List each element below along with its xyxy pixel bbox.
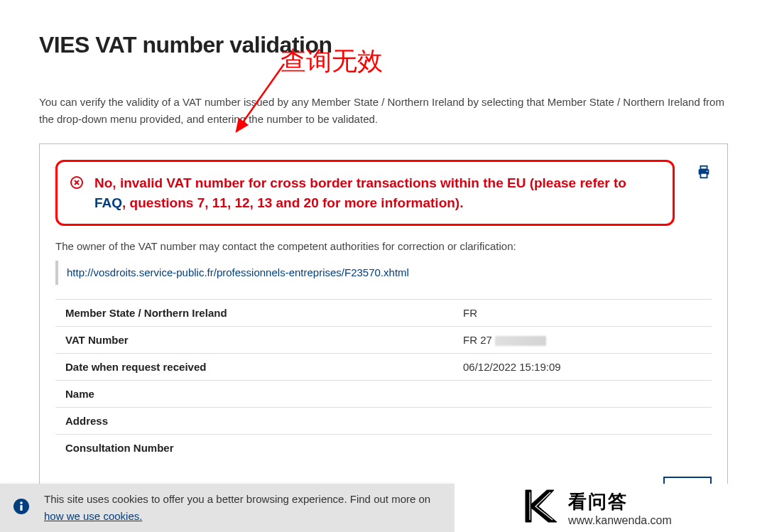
svg-rect-11 xyxy=(20,505,22,511)
row-label-member-state: Member State / Northern Ireland xyxy=(65,307,463,319)
row-label-request-date: Date when request received xyxy=(65,361,463,373)
svg-rect-3 xyxy=(700,166,707,170)
row-label-consultation: Consultation Number xyxy=(65,442,463,454)
brand-url: www.kanwenda.com xyxy=(568,514,672,527)
brand-name-cn: 看问答 xyxy=(568,489,672,514)
svg-rect-5 xyxy=(700,173,707,178)
cookie-text: This site uses cookies to offer you a be… xyxy=(44,491,442,525)
print-icon[interactable] xyxy=(696,164,712,183)
info-icon xyxy=(13,498,30,518)
owner-contact-text: The owner of the VAT number may contact … xyxy=(55,240,712,252)
cookie-banner: This site uses cookies to offer you a be… xyxy=(0,484,455,532)
row-label-name: Name xyxy=(65,388,463,400)
table-row: Member State / Northern Ireland FR xyxy=(55,299,712,326)
page-title: VIES VAT number validation xyxy=(39,32,728,58)
table-row: Name xyxy=(55,380,712,407)
svg-point-6 xyxy=(707,170,708,172)
redacted-segment xyxy=(495,336,546,346)
error-text-prefix: No, invalid VAT number for cross border … xyxy=(94,175,626,190)
authority-link-box: http://vosdroits.service-public.fr/profe… xyxy=(55,261,712,285)
table-row: Consultation Number xyxy=(55,434,712,461)
svg-point-10 xyxy=(20,501,23,504)
result-table: Member State / Northern Ireland FR VAT N… xyxy=(55,299,712,461)
result-panel: No, invalid VAT number for cross border … xyxy=(39,143,728,521)
brand-watermark: 看问答 www.kanwenda.com xyxy=(455,484,767,532)
table-row: Address xyxy=(55,407,712,434)
row-value-request-date: 06/12/2022 15:19:09 xyxy=(463,361,561,373)
row-label-vat-number: VAT Number xyxy=(65,334,463,346)
error-alert: No, invalid VAT number for cross border … xyxy=(55,160,675,226)
faq-link[interactable]: FAQ xyxy=(94,195,122,210)
table-row: VAT Number FR 27 xyxy=(55,326,712,353)
row-label-address: Address xyxy=(65,415,463,427)
error-message: No, invalid VAT number for cross border … xyxy=(94,173,660,212)
row-value-vat-number: FR 27 xyxy=(463,334,546,346)
row-value-member-state: FR xyxy=(463,307,477,319)
intro-paragraph: You can verify the validity of a VAT num… xyxy=(39,94,728,128)
authority-link[interactable]: http://vosdroits.service-public.fr/profe… xyxy=(67,266,409,278)
error-text-suffix: , questions 7, 11, 12, 13 and 20 for mor… xyxy=(122,195,463,210)
brand-logo-icon xyxy=(518,487,561,529)
table-row: Date when request received 06/12/2022 15… xyxy=(55,353,712,380)
cookie-link[interactable]: how we use cookies. xyxy=(44,510,142,522)
error-icon xyxy=(70,176,83,192)
